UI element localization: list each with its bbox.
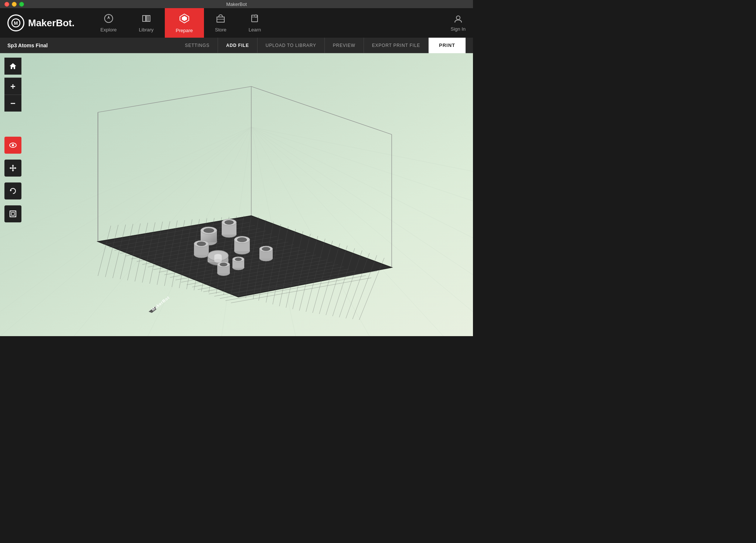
nav-label-learn: Learn xyxy=(249,27,261,33)
svg-point-148 xyxy=(12,144,14,146)
export-print-file-button[interactable]: EXPORT PRINT FILE xyxy=(364,38,429,53)
svg-point-142 xyxy=(214,259,222,263)
tool-group-home xyxy=(4,58,21,75)
zoom-out-icon xyxy=(10,100,16,107)
svg-rect-4 xyxy=(143,16,146,21)
view-button[interactable] xyxy=(4,137,21,154)
zoom-out-button[interactable] xyxy=(4,95,21,112)
svg-rect-10 xyxy=(217,17,224,22)
sign-in-label: Sign In xyxy=(451,26,466,32)
svg-marker-154 xyxy=(15,167,16,169)
explore-icon xyxy=(104,14,113,25)
zoom-in-button[interactable] xyxy=(4,78,21,95)
add-file-button[interactable]: ADD FILE xyxy=(218,38,258,53)
svg-point-112 xyxy=(204,228,214,233)
sign-in-icon xyxy=(453,14,463,24)
sign-in-area[interactable]: Sign In xyxy=(451,14,466,32)
nav-label-store: Store xyxy=(215,27,227,33)
svg-marker-152 xyxy=(12,170,14,171)
svg-point-120 xyxy=(197,242,206,246)
tool-group-zoom xyxy=(4,78,21,112)
move-button[interactable] xyxy=(4,160,21,177)
upload-to-library-button[interactable]: UPLOAD TO LIBRARY xyxy=(258,38,325,53)
nav-item-learn[interactable]: Learn xyxy=(238,8,272,38)
nav-item-prepare[interactable]: Prepare xyxy=(165,8,204,38)
svg-point-139 xyxy=(235,258,242,261)
svg-point-135 xyxy=(220,263,227,266)
title-bar: MakerBot xyxy=(0,0,473,8)
window-controls xyxy=(4,2,24,7)
svg-marker-151 xyxy=(12,165,14,166)
prepare-icon xyxy=(179,13,190,25)
rotate-icon xyxy=(9,187,17,195)
minimize-button[interactable] xyxy=(12,2,17,7)
svg-marker-155 xyxy=(10,189,12,191)
zoom-in-icon xyxy=(10,83,16,90)
home-button[interactable] xyxy=(4,58,21,75)
svg-text:M: M xyxy=(14,20,18,26)
svg-marker-143 xyxy=(10,63,16,69)
print-button[interactable]: PRINT xyxy=(429,38,466,53)
svg-rect-157 xyxy=(11,212,14,215)
svg-rect-5 xyxy=(146,16,150,21)
scale-icon xyxy=(9,210,17,218)
logo-icon: M xyxy=(7,14,24,31)
eye-icon xyxy=(9,141,17,149)
learn-icon xyxy=(250,14,259,25)
nav-item-library[interactable]: Library xyxy=(128,8,165,38)
toolbar: Sp3 Atoms Final SETTINGS ADD FILE UPLOAD… xyxy=(0,38,473,53)
left-toolbar xyxy=(4,58,21,222)
logo-text: MakerBot. xyxy=(28,17,75,29)
svg-point-116 xyxy=(225,221,234,225)
close-button[interactable] xyxy=(4,2,9,7)
move-icon xyxy=(9,164,17,172)
svg-marker-153 xyxy=(10,167,11,169)
scale-button[interactable] xyxy=(4,205,21,222)
settings-button[interactable]: SETTINGS xyxy=(177,38,218,53)
preview-button[interactable]: PREVIEW xyxy=(325,38,364,53)
nav-label-library: Library xyxy=(139,27,154,33)
nav-items: Explore Library Prepare xyxy=(89,8,451,38)
nav-label-prepare: Prepare xyxy=(176,28,193,33)
nav-item-store[interactable]: Store xyxy=(204,8,238,38)
svg-point-131 xyxy=(262,247,270,251)
maximize-button[interactable] xyxy=(19,2,24,7)
project-title: Sp3 Atoms Final xyxy=(7,42,48,48)
library-icon xyxy=(142,14,151,25)
viewport[interactable]: MakerBot xyxy=(0,53,473,336)
navbar: M MakerBot. Explore xyxy=(0,8,473,38)
toolbar-actions: SETTINGS ADD FILE UPLOAD TO LIBRARY PREV… xyxy=(177,38,466,53)
home-icon xyxy=(9,62,17,70)
title-bar-title: MakerBot xyxy=(226,1,247,7)
scene-3d: MakerBot xyxy=(0,53,473,336)
svg-marker-3 xyxy=(107,16,110,19)
svg-rect-14 xyxy=(255,15,257,17)
nav-item-explore[interactable]: Explore xyxy=(89,8,128,38)
store-icon xyxy=(216,14,225,25)
svg-rect-156 xyxy=(10,211,16,217)
nav-label-explore: Explore xyxy=(101,27,117,33)
svg-point-15 xyxy=(456,16,460,20)
svg-point-124 xyxy=(237,238,247,242)
logo-area: M MakerBot. xyxy=(7,14,75,31)
rotate-button[interactable] xyxy=(4,182,21,199)
svg-marker-9 xyxy=(182,16,187,21)
